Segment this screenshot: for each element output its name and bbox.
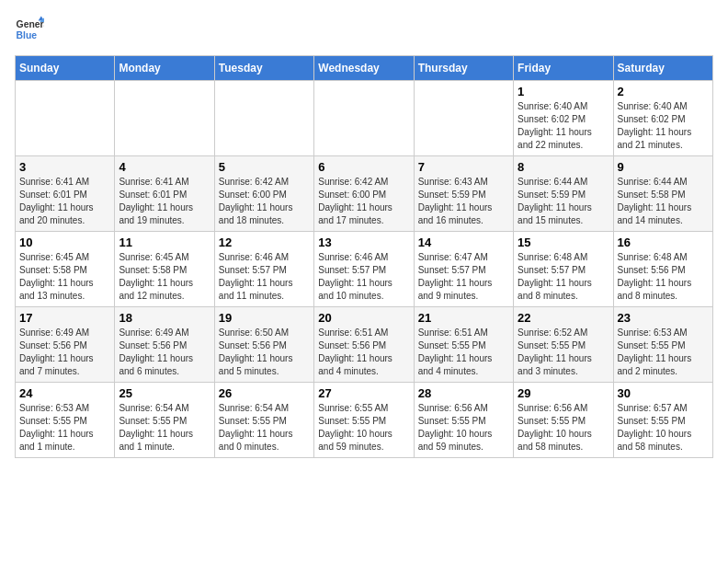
calendar-cell: 22Sunrise: 6:52 AM Sunset: 5:55 PM Dayli… [514,307,613,383]
week-row-4: 17Sunrise: 6:49 AM Sunset: 5:56 PM Dayli… [16,307,713,383]
day-number: 16 [618,236,709,249]
calendar-table: SundayMondayTuesdayWednesdayThursdayFrid… [15,55,713,458]
calendar-cell: 6Sunrise: 6:42 AM Sunset: 6:00 PM Daylig… [314,156,414,232]
day-info: Sunrise: 6:56 AM Sunset: 5:55 PM Dayligh… [518,402,609,454]
calendar-cell [314,81,414,156]
day-info: Sunrise: 6:51 AM Sunset: 5:55 PM Dayligh… [418,327,509,378]
calendar-cell: 30Sunrise: 6:57 AM Sunset: 5:55 PM Dayli… [613,383,712,458]
day-info: Sunrise: 6:50 AM Sunset: 5:56 PM Dayligh… [219,327,310,378]
calendar-cell [214,81,313,156]
day-info: Sunrise: 6:44 AM Sunset: 5:58 PM Dayligh… [618,176,709,227]
day-info: Sunrise: 6:53 AM Sunset: 5:55 PM Dayligh… [19,402,110,454]
day-info: Sunrise: 6:40 AM Sunset: 6:02 PM Dayligh… [618,100,709,152]
calendar-cell: 15Sunrise: 6:48 AM Sunset: 5:57 PM Dayli… [514,232,613,307]
calendar-cell: 16Sunrise: 6:48 AM Sunset: 5:56 PM Dayli… [613,232,712,307]
day-info: Sunrise: 6:43 AM Sunset: 5:59 PM Dayligh… [418,176,509,227]
day-number: 28 [418,386,509,400]
day-number: 13 [318,236,409,249]
weekday-friday: Friday [514,56,613,81]
day-info: Sunrise: 6:52 AM Sunset: 5:55 PM Dayligh… [518,327,609,378]
calendar-header: SundayMondayTuesdayWednesdayThursdayFrid… [16,56,713,81]
week-row-1: 1Sunrise: 6:40 AM Sunset: 6:02 PM Daylig… [16,81,713,156]
calendar-cell: 4Sunrise: 6:41 AM Sunset: 6:01 PM Daylig… [115,156,214,232]
calendar-cell: 8Sunrise: 6:44 AM Sunset: 5:59 PM Daylig… [514,156,613,232]
day-number: 5 [219,160,310,174]
day-info: Sunrise: 6:40 AM Sunset: 6:02 PM Dayligh… [518,100,609,152]
calendar-body: 1Sunrise: 6:40 AM Sunset: 6:02 PM Daylig… [16,81,713,458]
day-number: 26 [219,386,310,400]
day-info: Sunrise: 6:41 AM Sunset: 6:01 PM Dayligh… [19,176,110,227]
calendar-cell: 1Sunrise: 6:40 AM Sunset: 6:02 PM Daylig… [514,81,613,156]
calendar-cell: 10Sunrise: 6:45 AM Sunset: 5:58 PM Dayli… [16,232,115,307]
day-info: Sunrise: 6:48 AM Sunset: 5:56 PM Dayligh… [618,251,709,303]
calendar-cell: 28Sunrise: 6:56 AM Sunset: 5:55 PM Dayli… [414,383,513,458]
day-info: Sunrise: 6:56 AM Sunset: 5:55 PM Dayligh… [418,402,509,454]
day-info: Sunrise: 6:45 AM Sunset: 5:58 PM Dayligh… [19,251,110,303]
calendar-cell [414,81,513,156]
day-number: 25 [119,386,210,400]
day-info: Sunrise: 6:46 AM Sunset: 5:57 PM Dayligh… [219,251,310,303]
day-info: Sunrise: 6:57 AM Sunset: 5:55 PM Dayligh… [618,402,709,454]
svg-text:Blue: Blue [17,30,38,40]
calendar-cell: 17Sunrise: 6:49 AM Sunset: 5:56 PM Dayli… [16,307,115,383]
day-number: 1 [518,85,609,98]
calendar-cell: 20Sunrise: 6:51 AM Sunset: 5:56 PM Dayli… [314,307,414,383]
day-info: Sunrise: 6:55 AM Sunset: 5:55 PM Dayligh… [318,402,409,454]
day-number: 23 [618,311,709,325]
logo: General Blue [15,15,44,44]
day-number: 21 [418,311,509,325]
calendar-cell: 19Sunrise: 6:50 AM Sunset: 5:56 PM Dayli… [214,307,313,383]
svg-text:General: General [17,19,44,29]
weekday-row: SundayMondayTuesdayWednesdayThursdayFrid… [16,56,713,81]
day-info: Sunrise: 6:51 AM Sunset: 5:56 PM Dayligh… [318,327,409,378]
day-number: 15 [518,236,609,249]
day-number: 7 [418,160,509,174]
day-info: Sunrise: 6:44 AM Sunset: 5:59 PM Dayligh… [518,176,609,227]
weekday-thursday: Thursday [414,56,513,81]
day-number: 8 [518,160,609,174]
calendar-cell: 21Sunrise: 6:51 AM Sunset: 5:55 PM Dayli… [414,307,513,383]
calendar-cell: 23Sunrise: 6:53 AM Sunset: 5:55 PM Dayli… [613,307,712,383]
calendar-cell [115,81,214,156]
calendar-cell: 3Sunrise: 6:41 AM Sunset: 6:01 PM Daylig… [16,156,115,232]
weekday-monday: Monday [115,56,214,81]
weekday-wednesday: Wednesday [314,56,414,81]
day-number: 20 [318,311,409,325]
day-number: 30 [618,386,709,400]
week-row-5: 24Sunrise: 6:53 AM Sunset: 5:55 PM Dayli… [16,383,713,458]
calendar-cell: 5Sunrise: 6:42 AM Sunset: 6:00 PM Daylig… [214,156,313,232]
day-number: 17 [19,311,110,325]
day-number: 14 [418,236,509,249]
calendar-cell: 11Sunrise: 6:45 AM Sunset: 5:58 PM Dayli… [115,232,214,307]
day-number: 10 [19,236,110,249]
week-row-3: 10Sunrise: 6:45 AM Sunset: 5:58 PM Dayli… [16,232,713,307]
day-number: 6 [318,160,409,174]
calendar-cell: 9Sunrise: 6:44 AM Sunset: 5:58 PM Daylig… [613,156,712,232]
day-number: 27 [318,386,409,400]
day-info: Sunrise: 6:49 AM Sunset: 5:56 PM Dayligh… [19,327,110,378]
day-number: 18 [119,311,210,325]
day-number: 29 [518,386,609,400]
week-row-2: 3Sunrise: 6:41 AM Sunset: 6:01 PM Daylig… [16,156,713,232]
day-info: Sunrise: 6:48 AM Sunset: 5:57 PM Dayligh… [518,251,609,303]
day-info: Sunrise: 6:54 AM Sunset: 5:55 PM Dayligh… [119,402,210,454]
calendar-cell: 29Sunrise: 6:56 AM Sunset: 5:55 PM Dayli… [514,383,613,458]
day-info: Sunrise: 6:49 AM Sunset: 5:56 PM Dayligh… [119,327,210,378]
day-number: 9 [618,160,709,174]
day-info: Sunrise: 6:46 AM Sunset: 5:57 PM Dayligh… [318,251,409,303]
day-info: Sunrise: 6:47 AM Sunset: 5:57 PM Dayligh… [418,251,509,303]
weekday-saturday: Saturday [613,56,712,81]
calendar-cell: 2Sunrise: 6:40 AM Sunset: 6:02 PM Daylig… [613,81,712,156]
logo-icon: General Blue [15,15,44,44]
day-info: Sunrise: 6:41 AM Sunset: 6:01 PM Dayligh… [119,176,210,227]
calendar-cell [16,81,115,156]
weekday-tuesday: Tuesday [214,56,313,81]
day-info: Sunrise: 6:53 AM Sunset: 5:55 PM Dayligh… [618,327,709,378]
calendar-cell: 7Sunrise: 6:43 AM Sunset: 5:59 PM Daylig… [414,156,513,232]
day-info: Sunrise: 6:54 AM Sunset: 5:55 PM Dayligh… [219,402,310,454]
calendar-cell: 18Sunrise: 6:49 AM Sunset: 5:56 PM Dayli… [115,307,214,383]
calendar-cell: 14Sunrise: 6:47 AM Sunset: 5:57 PM Dayli… [414,232,513,307]
day-number: 3 [19,160,110,174]
calendar-cell: 26Sunrise: 6:54 AM Sunset: 5:55 PM Dayli… [214,383,313,458]
page-header: General Blue [15,15,713,44]
